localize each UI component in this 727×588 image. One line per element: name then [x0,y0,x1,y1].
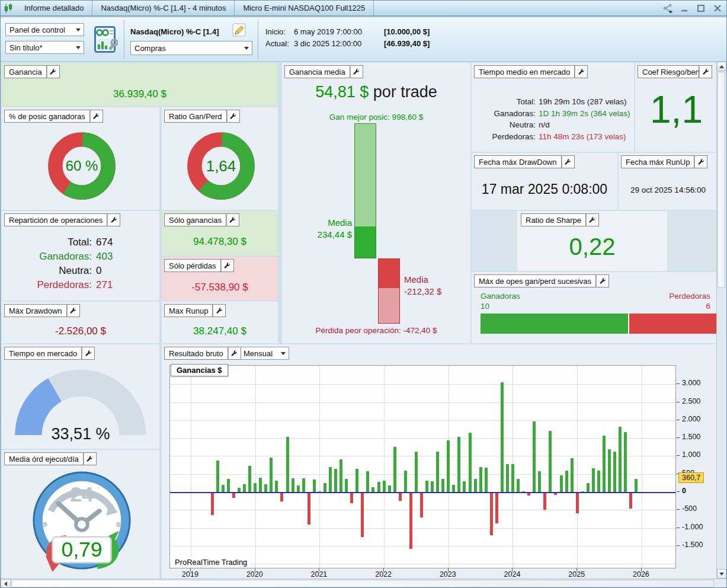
panel-solo-perdidas: Sólo pérdidas -57.538,90 $ [162,257,278,301]
settings-wrench-button[interactable] [84,452,97,465]
scroll-down-button[interactable] [717,569,726,579]
chart-bar [629,493,632,509]
worst-trade-label: Pérdida peor operación: -472,40 $ [282,326,470,335]
chart-bar [619,427,622,492]
tab-strategy-timeframe[interactable]: Nasdaq(Micro) %-C [1.4] - 4 minutos [92,1,235,15]
settings-wrench-button[interactable] [47,65,60,78]
settings-wrench-button[interactable] [694,155,707,168]
clock-24-label: 24 [70,482,94,506]
fecha-drawdown-value: 17 mar 2025 0:08:00 [472,181,617,197]
chart-bar [533,421,536,492]
layout-dropdown[interactable]: Sin título* [5,41,84,54]
y-axis-label: -1.000 [682,523,703,531]
y-axis-tick [677,455,680,456]
gridline-h [170,456,675,456]
settings-wrench-button[interactable] [221,259,234,272]
tab-instrument[interactable]: Micro E-mini NASDAQ100 Full1225 [235,1,374,15]
settings-wrench-button[interactable] [350,65,363,78]
avg-gain-suffix: por trade [369,83,437,101]
chart-bar [383,481,386,492]
panel-solo-perdidas-title: Sólo pérdidas [164,259,221,272]
strategy-name-label: Nasdaq(Micro) %-C [1.4] [130,27,219,36]
minimize-button[interactable] [679,3,690,14]
report-settings-icon[interactable] [94,26,118,56]
x-axis-label: 2021 [301,570,337,579]
chart-bar [538,471,541,492]
chart-bar [490,493,493,535]
actual-label: Actual: [265,39,294,48]
horizontal-scrollbar[interactable] [1,579,727,588]
gain-loss-ratio-donut: 1,64 [181,126,261,206]
y-axis-label: 0 [682,487,686,495]
settings-wrench-button[interactable] [562,155,575,168]
gridline-year [191,366,191,568]
side-dropdown[interactable]: Compras [130,41,252,55]
settings-wrench-button[interactable] [699,65,712,78]
settings-wrench-button[interactable] [90,110,103,123]
panel-sharpe-outer: Ratio de Sharpe 0,22 [472,211,718,271]
gridline-year [255,366,256,568]
y-axis-tick [677,420,680,420]
panel-fecha-drawdown-title: Fecha máx DrawDown [474,155,562,168]
fecha-runup-value: 29 oct 2025 14:56:00 [619,186,718,194]
chart-bar [361,493,364,537]
gridline-year [642,366,642,568]
chart-bar [447,440,450,492]
settings-wrench-button[interactable] [228,347,241,360]
chart-bar [243,484,246,492]
settings-wrench-button[interactable] [575,65,588,78]
chart-bar [565,471,568,492]
opes-lose-label: Perdedoras 6 [669,291,710,311]
settings-wrench-button[interactable] [227,110,240,123]
vertical-scrollbar-thumb[interactable] [718,72,725,288]
y-axis-label: 3.000 [682,379,700,387]
chart-bar [286,437,289,492]
panel-coef-riesgo: Coef Riesgo/ben... 1,1 [635,63,718,152]
panel-de-control-dropdown[interactable]: Panel de control [5,23,84,36]
settings-wrench-button[interactable] [596,274,609,287]
panel-ganancia-title: Ganancia [4,65,47,78]
chart-bar [211,493,214,515]
settings-wrench-button[interactable] [586,213,599,226]
chart-bar [463,481,466,492]
y-axis-label: 2.000 [682,415,700,423]
panel-max-opes-title: Máx de opes gan/perd sucesivas [474,274,596,287]
chart-bar [501,382,504,492]
x-axis-label: 2022 [366,570,401,579]
reparticion-rows: Total:674 Ganadoras:403 Neutra:0 Perdedo… [2,235,159,292]
avg-win-label: Media 234,44 $ [318,217,352,241]
chart-bar [415,452,418,492]
y-axis-tick [677,384,680,384]
chart-bar [308,493,310,525]
scroll-left-button[interactable] [1,579,11,588]
chart-bar [302,478,305,492]
share-icon[interactable] [662,3,673,14]
detailed-report-window: Informe detallado Nasdaq(Micro) %-C [1.4… [0,0,727,588]
settings-wrench-button[interactable] [67,304,80,317]
chart-plot: ProRealTime Trading [169,365,676,568]
tab-informe-detallado[interactable]: Informe detallado [16,1,92,15]
scroll-up-button[interactable] [717,62,726,71]
horizontal-scrollbar-thumb[interactable] [11,580,714,587]
vertical-scrollbar[interactable] [716,62,726,579]
settings-wrench-button[interactable] [82,347,95,360]
close-button[interactable] [712,3,723,14]
period-dropdown[interactable]: Mensual [239,347,289,360]
x-axis-label: 2020 [237,570,273,579]
edit-strategy-pencil-icon[interactable] [232,23,247,40]
panel-max-runup: Max Runup 38.247,40 $ [162,302,278,343]
chart-bar [592,468,595,492]
gridline-h [170,420,675,421]
x-axis-label: 2023 [430,570,466,579]
tab-ganancias[interactable]: Ganancias $ [171,364,228,376]
settings-wrench-button[interactable] [107,213,120,226]
settings-wrench-button[interactable] [226,213,239,226]
y-axis-tick [677,437,680,438]
chart-bar [297,485,300,492]
settings-wrench-button[interactable] [213,304,226,317]
maximize-button[interactable] [696,3,706,14]
panel-solo-ganancias: Sólo ganancias 94.478,30 $ [162,211,278,255]
panel-fecha-drawdown: Fecha máx DrawDown 17 mar 2025 0:08:00 [472,153,617,210]
chart-bar [587,483,590,492]
panel-sharpe-title: Ratio de Sharpe [521,213,586,226]
